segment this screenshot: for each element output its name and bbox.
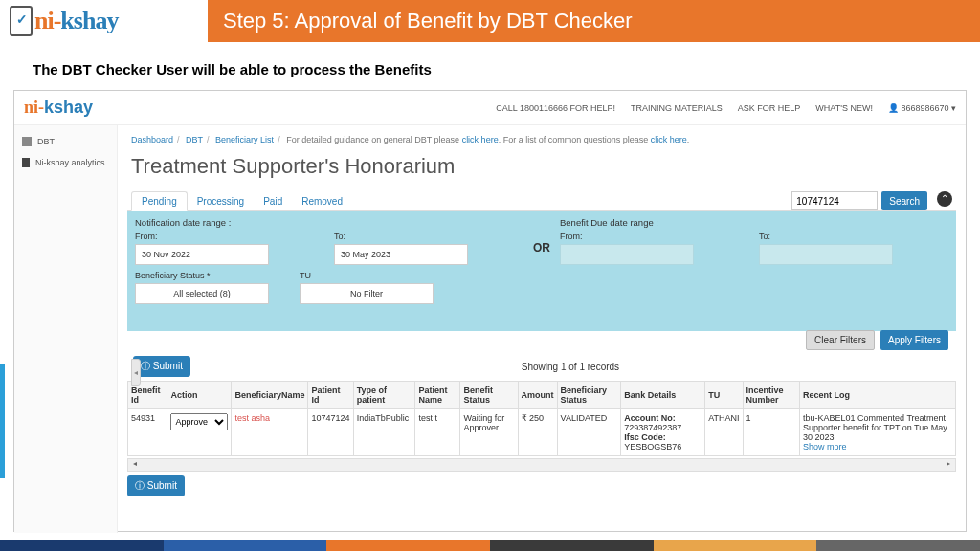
cell-patient-name: test t [415,409,460,456]
col-beneficiary-status: Beneficiary Status [557,382,621,409]
logo-kshay: kshay [60,7,118,35]
cell-incentive: 1 [743,409,800,456]
caret-down-icon: ▾ [951,103,956,113]
cell-beneficiary-status: VALIDATED [557,409,621,456]
crumb-link-faq[interactable]: click here [651,135,687,144]
nav-help-call[interactable]: CALL 1800116666 FOR HELP! [496,103,615,113]
crumb-dashboard[interactable]: Dashboard [131,135,173,144]
due-to-label: To: [759,231,948,241]
page-title: Treatment Supporter's Honorarium [127,150,956,188]
scroll-left-icon[interactable]: ◂ [128,459,142,471]
due-to-input[interactable] [759,244,893,265]
sidebar-item-analytics[interactable]: Ni-kshay analytics [14,152,117,173]
scroll-top-icon[interactable]: ⌃ [937,191,952,207]
tu-label: TU [300,271,455,280]
from-label: From: [135,231,324,241]
sidebar-label: DBT [37,137,55,146]
tu-select[interactable]: No Filter [300,283,434,304]
col-recent-log: Recent Log [800,382,956,409]
dbt-icon [22,137,32,146]
col-type-patient: Type of patient [353,382,415,409]
crumb-beneficiary[interactable]: Beneficiary List [215,135,274,144]
tab-removed[interactable]: Removed [292,192,352,210]
search-input[interactable] [791,191,878,210]
or-divider: OR [533,228,550,254]
col-amount: Amount [518,382,557,409]
slide-footer [0,540,980,551]
app-logo[interactable]: ni-kshay [24,98,93,118]
user-menu[interactable]: 👤 8668986670 ▾ [888,103,956,113]
phone-icon [10,6,33,36]
apply-filters-button[interactable]: Apply Filters [880,330,948,350]
submit-button-top[interactable]: Submit [133,356,190,377]
sidebar: DBT Ni-kshay analytics [14,125,118,533]
clear-filters-button[interactable]: Clear Filters [806,330,875,350]
crumb-dbt[interactable]: DBT [186,135,203,144]
submit-button-bottom[interactable]: Submit [127,475,185,496]
show-more-link[interactable]: Show more [803,442,847,452]
records-count: Showing 1 of 1 records [190,362,950,372]
table-row: 54931 Approve test asha 10747124 IndiaTb… [128,409,956,456]
horizontal-scrollbar[interactable]: ◂ ▸ [127,458,956,472]
sidebar-item-dbt[interactable]: DBT [14,131,117,152]
cell-patient-id: 10747124 [308,409,353,456]
analytics-icon [22,158,30,167]
nav-whats-new[interactable]: WHAT'S NEW! [815,103,873,113]
crumb-text: . [687,135,690,144]
notif-range-label: Notification date range : [135,217,324,228]
tab-paid[interactable]: Paid [254,192,292,210]
slide-logo: ni- kshay [0,6,208,36]
cell-amount: ₹ 250 [518,409,557,456]
cell-bank-details: Account No: 729387492387Ifsc Code: YESBO… [621,409,705,456]
cell-benefit-status: Waiting for Approver [460,409,518,456]
filter-panel: Notification date range : From: 30 Nov 2… [127,211,956,331]
ben-status-select[interactable]: All selected (8) [135,283,269,304]
nav-training[interactable]: TRAINING MATERIALS [631,103,723,113]
col-patient-id: Patient Id [308,382,353,409]
cell-type-patient: IndiaTbPublic [353,409,415,456]
nav-ask-help[interactable]: ASK FOR HELP [738,103,801,113]
cell-benefit-id: 54931 [128,409,167,456]
tab-processing[interactable]: Processing [188,192,254,210]
step-title: Step 5: Approval of Benefit by DBT Check… [208,0,980,42]
due-from-label: From: [560,231,749,241]
col-beneficiary-name: BeneficiaryName [232,382,308,409]
breadcrumb: Dashboard/ DBT/ Beneficiary List/ For de… [127,125,956,150]
tab-pending[interactable]: Pending [131,191,188,211]
notif-to-input[interactable]: 30 May 2023 [334,244,468,265]
cell-beneficiary-name[interactable]: test asha [232,409,308,456]
side-accent [0,364,5,478]
notif-from-input[interactable]: 30 Nov 2022 [135,244,269,265]
to-label: To: [334,231,523,241]
col-patient-name: Patient Name [415,382,460,409]
logo-ni: ni- [34,7,60,35]
app-window: ni-kshay CALL 1800116666 FOR HELP! TRAIN… [13,90,967,532]
due-from-input[interactable] [560,244,694,265]
due-range-label: Benefit Due date range : [560,217,749,228]
crumb-link-guidance[interactable]: click here [462,135,499,144]
col-benefit-status: Benefit Status [460,382,518,409]
cell-recent-log: tbu-KABEL01 Commented Treatment Supporte… [800,409,956,456]
action-select[interactable]: Approve [170,413,228,430]
app-header: ni-kshay CALL 1800116666 FOR HELP! TRAIN… [14,91,966,125]
sidebar-collapse-handle[interactable]: ◂ [131,359,141,386]
col-incentive-number: Incentive Number [743,382,800,409]
ben-status-label: Beneficiary Status * [135,271,290,280]
benefits-table: Benefit Id Action BeneficiaryName Patien… [127,381,956,456]
search-button[interactable]: Search [881,191,927,210]
col-bank-details: Bank Details [621,382,705,409]
col-action: Action [167,382,232,409]
sidebar-label: Ni-kshay analytics [35,158,105,167]
user-phone: 8668986670 [901,103,948,113]
crumb-text: For detailed guidance on general DBT ple… [286,135,461,144]
scroll-right-icon[interactable]: ▸ [942,459,955,471]
cell-tu: ATHANI [705,409,743,456]
slide-subtitle: The DBT Checker User will be able to pro… [0,42,980,85]
crumb-text: . For a list of common questions please [499,135,651,144]
col-tu: TU [705,382,743,409]
